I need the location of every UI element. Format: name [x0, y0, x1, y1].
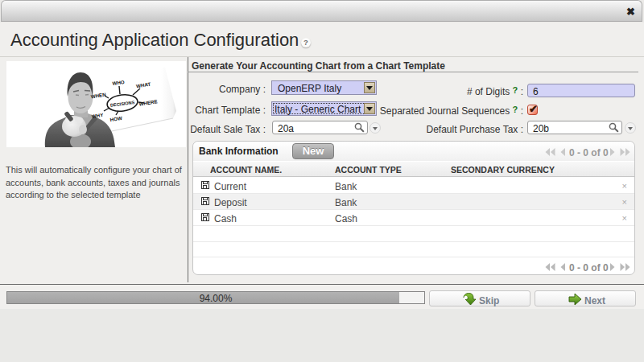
svg-text:0 - 0 of 0: 0 - 0 of 0	[569, 262, 609, 274]
svg-text:0 - 0 of 0: 0 - 0 of 0	[569, 147, 609, 158]
